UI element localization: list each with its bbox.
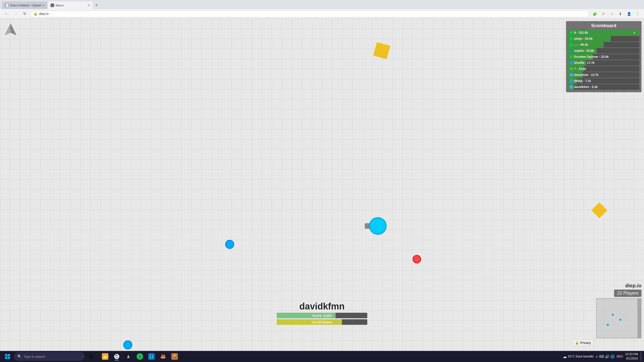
clock-time: 10:33 PM bbox=[625, 352, 638, 356]
score-entry-10: davidkfmn - 5.2k bbox=[568, 84, 639, 90]
keyboard-icon[interactable]: ⌨ bbox=[599, 354, 604, 358]
taskbar-app-archive[interactable]: 📦 bbox=[169, 352, 180, 361]
language-indicator[interactable]: DEU bbox=[617, 355, 623, 358]
avatar-2 bbox=[570, 37, 573, 40]
score-entry-3: -_- - 40.3k bbox=[568, 42, 639, 48]
taskbar: 🔍 Type to search ⧉ 📁 bbox=[0, 351, 644, 362]
new-tab-button[interactable]: + bbox=[93, 2, 100, 9]
level-bar-text: Lvl 28 Sniper bbox=[312, 320, 332, 324]
archive-icon: 📦 bbox=[171, 353, 178, 360]
volume-icon[interactable]: 🔊 bbox=[605, 354, 609, 358]
search-icon-taskbar: 🔍 bbox=[17, 354, 22, 358]
start-button[interactable] bbox=[2, 352, 13, 361]
score-entry-7: ^ - 14.6k bbox=[568, 66, 639, 72]
tab-1[interactable]: 📄 Diep.io Dataset > Upload × bbox=[2, 2, 48, 9]
svg-rect-5 bbox=[5, 357, 7, 359]
browser-toolbar: ← → ↻ 🔒 diep.io 🧩 ↗ ☆ ⬇ 👤 ⋮ bbox=[0, 9, 644, 19]
tab-bar: 📄 Diep.io Dataset > Upload × 🎮 diep.io ×… bbox=[0, 0, 644, 9]
browser-frame: 📄 Diep.io Dataset > Upload × 🎮 diep.io ×… bbox=[0, 0, 644, 362]
weather-text: 20°C Stark bewölkt bbox=[568, 355, 593, 358]
score-text-2: ethqn - 53.0k bbox=[574, 37, 592, 40]
score-entry-5: Drunken Spinner - 23.0k bbox=[568, 54, 639, 60]
taskbar-app-spotify[interactable]: ♪ bbox=[134, 352, 145, 361]
score-entry-1: tt - 151.6k ◂ bbox=[568, 30, 639, 35]
tab-2-title: diep.io bbox=[56, 4, 86, 7]
network-icon[interactable]: 🌐 bbox=[610, 354, 615, 358]
level-bar-container: Lvl 28 Sniper bbox=[277, 319, 367, 325]
score-entry-9: НКВД - 7.1k bbox=[568, 78, 639, 84]
share-icon[interactable]: ↗ bbox=[600, 10, 607, 17]
chevron-up-icon[interactable]: ∧ bbox=[595, 354, 598, 358]
search-placeholder: Type to search bbox=[24, 355, 45, 358]
firefox-icon: 🦊 bbox=[160, 353, 166, 360]
player-blue-2 bbox=[123, 340, 132, 349]
menu-icon[interactable]: ⋮ bbox=[634, 10, 641, 17]
score-bar-container: Score: 5,250 bbox=[277, 313, 367, 318]
windows-icon bbox=[4, 353, 11, 360]
player-info: davidkfmn Score: 5,250 Lvl 28 Sniper bbox=[272, 301, 372, 326]
taskbar-app-firefox[interactable]: 🦊 bbox=[157, 352, 169, 361]
taskbar-right: ☁ 20°C Stark bewölkt ∧ ⌨ 🔊 🌐 DEU 10:33 P… bbox=[563, 351, 642, 362]
scoreboard: Scoreboard tt - 151.6k ◂ ethqn - 53.0k bbox=[566, 21, 641, 92]
show-desktop-button[interactable] bbox=[640, 352, 642, 361]
privacy-label: Privacy bbox=[580, 341, 591, 345]
score-entry-2: ethqn - 53.0k bbox=[568, 36, 639, 41]
player-count: 22 Players bbox=[614, 290, 641, 297]
score-text-8: timeotiste - 13.7k bbox=[574, 73, 598, 77]
forward-button[interactable]: → bbox=[12, 10, 19, 17]
score-text-10: davidkfmn - 5.2k bbox=[574, 85, 598, 89]
tab-2-favicon: 🎮 bbox=[51, 4, 54, 7]
avatar-9 bbox=[570, 79, 573, 83]
clock-date: 8/1/2023 bbox=[625, 356, 638, 361]
taskbar-app-vscode[interactable]: { } bbox=[146, 352, 157, 361]
compass-icon: N bbox=[4, 22, 18, 36]
taskbar-search-bar[interactable]: 🔍 Type to search bbox=[14, 352, 85, 360]
avatar-3 bbox=[570, 43, 573, 47]
lock-icon: 🔒 bbox=[33, 12, 37, 16]
tab-2-close[interactable]: × bbox=[88, 3, 90, 7]
svg-rect-3 bbox=[5, 354, 7, 356]
tab-1-title: Diep.io Dataset > Upload bbox=[10, 4, 41, 7]
score-text-9: НКВД - 7.1k bbox=[574, 79, 591, 83]
filemanager-icon: 📁 bbox=[102, 353, 108, 360]
download-icon[interactable]: ⬇ bbox=[617, 10, 624, 17]
tab-1-favicon: 📄 bbox=[5, 4, 9, 7]
avatar-4 bbox=[570, 49, 573, 53]
taskbar-app-steam[interactable]: ♟ bbox=[123, 352, 134, 361]
avatar-8 bbox=[570, 73, 573, 77]
reload-button[interactable]: ↻ bbox=[21, 10, 28, 17]
toolbar-icons: 🧩 ↗ ☆ ⬇ 👤 ⋮ bbox=[591, 10, 641, 17]
server-name: diep.io bbox=[614, 283, 641, 289]
account-icon[interactable]: 👤 bbox=[625, 10, 632, 17]
score-entry-8: timeotiste - 13.7k bbox=[568, 72, 639, 78]
server-info: diep.io 22 Players bbox=[614, 283, 641, 297]
taskbar-app-filemanager[interactable]: 📁 bbox=[100, 352, 111, 361]
chrome-icon bbox=[113, 353, 120, 360]
score-text-7: ^ - 14.6k bbox=[574, 67, 586, 71]
tab-2[interactable]: 🎮 diep.io × bbox=[48, 2, 93, 9]
taskbar-app-chrome[interactable] bbox=[111, 352, 122, 361]
player-name: davidkfmn bbox=[272, 301, 372, 312]
avatar-6 bbox=[570, 61, 573, 65]
game-area[interactable]: N Scoreboard bbox=[0, 19, 644, 351]
address-bar[interactable]: 🔒 diep.io bbox=[30, 10, 589, 17]
bookmark-icon[interactable]: ☆ bbox=[608, 10, 615, 17]
extensions-icon[interactable]: 🧩 bbox=[591, 10, 598, 17]
avatar-7 bbox=[570, 67, 573, 71]
privacy-button[interactable]: 🔒 Privacy bbox=[572, 340, 594, 346]
back-button[interactable]: ← bbox=[3, 10, 10, 17]
task-view-icon: ⧉ bbox=[88, 353, 94, 360]
tab-1-close[interactable]: × bbox=[43, 3, 45, 7]
task-view-button[interactable]: ⧉ bbox=[86, 352, 97, 361]
score-bar-text: Score: 5,250 bbox=[312, 314, 332, 318]
player-main bbox=[365, 217, 394, 235]
system-clock[interactable]: 10:33 PM 8/1/2023 bbox=[625, 352, 638, 361]
lock-icon-privacy: 🔒 bbox=[575, 341, 579, 345]
avatar-1 bbox=[570, 31, 573, 34]
shape-yellow-diamond bbox=[591, 202, 608, 218]
score-entry-6: Shuffle - 17.7k bbox=[568, 60, 639, 66]
score-text-3: -_- - 40.3k bbox=[574, 43, 588, 47]
avatar-10 bbox=[570, 85, 573, 89]
taskbar-apps: 📁 ♟ ♪ bbox=[100, 352, 180, 361]
scoreboard-title: Scoreboard bbox=[568, 23, 639, 28]
